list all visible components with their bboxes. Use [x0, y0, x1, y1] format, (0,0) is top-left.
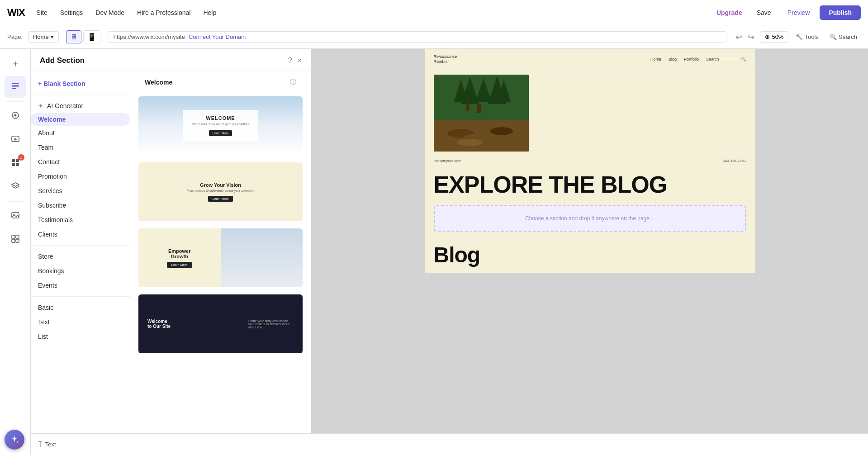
device-toggle: 🖥 📱 [66, 30, 100, 43]
svg-rect-14 [12, 235, 15, 238]
svg-point-29 [490, 127, 513, 135]
nav-item-list[interactable]: List [31, 329, 130, 344]
undo-btn[interactable]: ↩ [734, 30, 744, 44]
nav-item-text[interactable]: Text [31, 315, 130, 329]
upgrade-btn[interactable]: Upgrade [712, 6, 747, 19]
ai-generator-item[interactable]: ✦ AI Generator [31, 99, 130, 113]
zoom-plus-icon: ⊕ [765, 33, 770, 40]
nav-item-contact[interactable]: Contact [31, 155, 130, 169]
nav-divider [31, 95, 130, 95]
add-section-icon-btn[interactable]: ＋ [5, 52, 26, 74]
ai-assistant-btn[interactable] [5, 430, 24, 450]
nav-item-testimonials[interactable]: Testimonials [31, 213, 130, 227]
apps-icon-btn[interactable]: 1 [5, 152, 26, 174]
template-title-4: Welcometo Our Site [147, 319, 171, 329]
zoom-control[interactable]: ⊕ 50% [760, 31, 788, 43]
panel-help-btn[interactable]: ? [288, 57, 292, 65]
svg-rect-2 [12, 88, 16, 89]
paint-icon [10, 110, 20, 123]
wix-logo: WIX [7, 7, 25, 19]
site-search: Search 🔍 [706, 57, 746, 62]
nav-item-basic[interactable]: Basic [31, 300, 130, 315]
pages-icon-btn[interactable] [5, 76, 26, 98]
canvas-inner: Renaissance Rambler Home Blog Portfolio … [425, 49, 755, 273]
preview-btn[interactable]: Preview [781, 6, 816, 19]
info-icon-btn[interactable]: ⓘ [290, 78, 296, 86]
drop-zone-text: Choose a section and drop it anywhere on… [525, 215, 654, 222]
nav-item-events[interactable]: Events [31, 278, 130, 293]
help-btn[interactable]: Help [199, 6, 221, 19]
nav-item-subscribe[interactable]: Subscribe [31, 198, 130, 213]
nav-item-promotion[interactable]: Promotion [31, 169, 130, 184]
image-icon [10, 210, 20, 223]
grid-icon [10, 234, 20, 246]
svg-rect-10 [16, 163, 19, 166]
page-selector[interactable]: Home ▾ [28, 31, 59, 43]
template-card-welcome-white[interactable]: WELCOME Share your story and inspire you… [138, 95, 304, 156]
template-preview-2: Grow Your Vision From curious to cultiva… [138, 162, 303, 221]
top-toolbar: WIX Site Settings Dev Mode Hire a Profes… [0, 0, 868, 25]
svg-marker-6 [14, 138, 17, 141]
publish-btn[interactable]: Publish [820, 5, 861, 20]
mobile-icon: 📱 [87, 33, 96, 41]
search-btn[interactable]: 🔍 Search [826, 32, 861, 42]
template-content-4-left: Welcometo Our Site [147, 319, 171, 329]
svg-rect-26 [477, 104, 481, 113]
nav-item-welcome[interactable]: Welcome [31, 113, 130, 126]
devmode-btn[interactable]: Dev Mode [91, 6, 129, 19]
panel-title: Add Section [40, 56, 85, 65]
undo-redo-group: ↩ ↪ [734, 30, 756, 44]
svg-rect-0 [12, 83, 19, 84]
tools-icon: 🔧 [796, 33, 803, 40]
zoom-level: 50% [772, 33, 783, 40]
grid-icon-btn[interactable] [5, 229, 26, 251]
site-explore-section: EXPLORE THE BLOG [425, 166, 755, 205]
panel-header-icons: ? × [288, 57, 302, 65]
site-search-icon: 🔍 [741, 57, 746, 62]
template-preview-3: EmpowerGrowth Learn More [138, 228, 303, 287]
svg-rect-16 [12, 239, 15, 242]
template-card-welcome-dark[interactable]: Welcometo Our Site Share your story and … [138, 294, 304, 354]
bottom-text-item[interactable]: T Text [38, 441, 56, 449]
save-btn[interactable]: Save [750, 6, 778, 19]
hire-btn[interactable]: Hire a Professional [133, 6, 195, 19]
tools-btn[interactable]: 🔧 Tools [792, 32, 822, 42]
image-icon-btn[interactable] [5, 205, 26, 227]
redo-btn[interactable]: ↪ [746, 30, 756, 44]
template-card-empower-growth[interactable]: EmpowerGrowth Learn More [138, 228, 304, 288]
template-btn-1: Learn More [209, 130, 232, 136]
design-icon-btn[interactable] [5, 105, 26, 127]
nav-item-bookings[interactable]: Bookings [31, 264, 130, 278]
site-nav: Renaissance Rambler Home Blog Portfolio … [425, 49, 755, 70]
desktop-view-btn[interactable]: 🖥 [66, 30, 81, 43]
blank-section-btn[interactable]: + Blank Section [31, 76, 130, 91]
template-title-2: Grow Your Vision [186, 182, 254, 188]
svg-rect-17 [16, 239, 19, 242]
drop-zone[interactable]: Choose a section and drop it anywhere on… [434, 205, 746, 232]
site-hero-image [434, 75, 529, 152]
second-toolbar: Page: Home ▾ 🖥 📱 https://www.wix.com/mys… [0, 25, 868, 49]
nav-item-services[interactable]: Services [31, 184, 130, 198]
mobile-view-btn[interactable]: 📱 [83, 30, 100, 43]
canvas-area[interactable]: Renaissance Rambler Home Blog Portfolio … [311, 49, 868, 455]
panel-close-btn[interactable]: × [298, 57, 302, 65]
template-content-4-right: Share your story and inspire your visito… [248, 319, 294, 329]
nav-item-about[interactable]: About [31, 126, 130, 140]
nav-item-store[interactable]: Store [31, 249, 130, 264]
desktop-icon: 🖥 [70, 33, 77, 41]
nav-item-clients[interactable]: Clients [31, 227, 130, 242]
svg-marker-11 [12, 183, 19, 186]
template-right-3 [221, 228, 303, 287]
site-search-line [721, 59, 739, 59]
nav-item-team[interactable]: Team [31, 140, 130, 155]
settings-btn[interactable]: Settings [56, 6, 88, 19]
layers-icon-btn[interactable] [5, 176, 26, 198]
site-nav-links: Home Blog Portfolio Search 🔍 [650, 57, 746, 62]
connect-domain-link[interactable]: Connect Your Domain [189, 33, 246, 40]
site-blog-section: Blog [425, 237, 755, 273]
media-icon-btn[interactable] [5, 129, 26, 151]
site-menu-btn[interactable]: Site [32, 6, 52, 19]
svg-rect-25 [466, 102, 469, 111]
nav-divider-2 [31, 245, 130, 246]
template-card-grow-vision[interactable]: Grow Your Vision From curious to cultiva… [138, 161, 304, 222]
